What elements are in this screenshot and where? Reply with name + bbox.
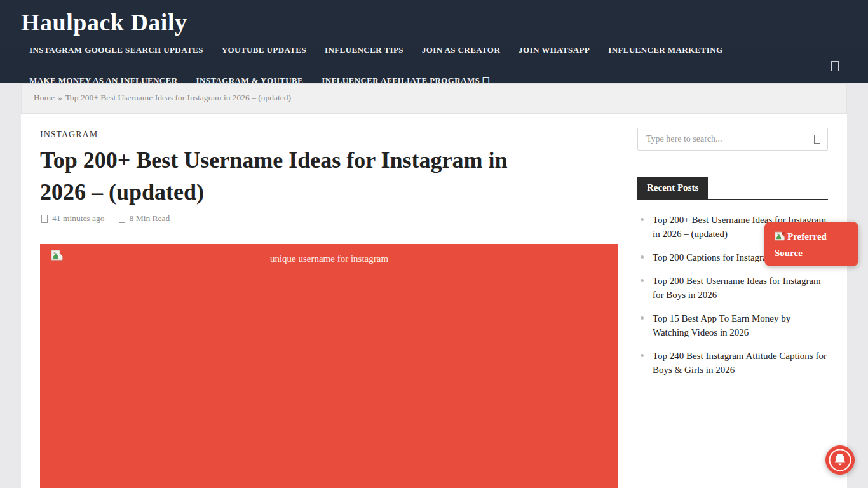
nav-menu-item[interactable]: JOIN WHATSAPP [519,48,590,57]
nav-menu-item[interactable]: INFLUENCER AFFILIATE PROGRAMS ☐ [322,74,490,83]
read-time-meta: 8 Min Read [119,214,170,224]
recent-posts-widget: Recent Posts Top 200+ Best Username Idea… [637,177,828,386]
read-time: 8 Min Read [130,214,170,224]
featured-image-placeholder: unique username for instagram [40,244,618,488]
nav-menu-item[interactable]: INFLUENCER MARKETING [608,48,722,57]
article: INSTAGRAM Top 200+ Best Username Ideas f… [40,114,618,488]
published-time: 41 minutes ago [52,214,105,224]
widget-divider [637,199,828,200]
notification-bell-button[interactable] [825,445,855,475]
main-nav: INSTAGRAM GOOGLE SEARCH UPDATESYOUTUBE U… [0,48,868,83]
recent-posts-title: Recent Posts [637,177,708,199]
breadcrumb-bar: Home»Top 200+ Best Username Ideas for In… [21,83,847,114]
search-input[interactable] [638,128,827,150]
broken-image-icon [775,231,785,241]
nav-menu-item[interactable]: INFLUENCER TIPS [325,48,403,57]
recent-post-link[interactable]: Top 240 Best Instagram Attitude Captions… [637,349,828,377]
book-icon [119,215,125,223]
breadcrumb-current: Top 200+ Best Username Ideas for Instagr… [65,93,291,102]
nav-row-2: MAKE MONEY AS AN INFLUENCERINSTAGRAM & Y… [29,74,490,83]
nav-menu-item[interactable]: INSTAGRAM GOOGLE SEARCH UPDATES [29,48,203,57]
nav-menu-item[interactable]: MAKE MONEY AS AN INFLUENCER [29,74,178,83]
post-category-link[interactable]: INSTAGRAM [40,130,98,140]
site-header: Haulpack Daily [0,0,868,48]
nav-row-1: INSTAGRAM GOOGLE SEARCH UPDATESYOUTUBE U… [29,48,722,57]
breadcrumb-home-link[interactable]: Home [34,93,55,102]
search-submit-icon[interactable] [814,135,820,144]
post-meta: 41 minutes ago 8 Min Read [41,214,170,224]
site-logo[interactable]: Haulpack Daily [21,8,187,36]
preferred-source-popup[interactable]: Preferred Source [764,222,858,266]
post-title: Top 200+ Best Username Ideas for Instagr… [40,144,548,208]
bell-icon [825,445,855,475]
search-icon[interactable] [831,61,839,71]
featured-image-alt-text: unique username for instagram [40,254,618,264]
sidebar-search-box [637,128,828,151]
nav-menu-item[interactable]: YOUTUBE UPDATES [222,48,306,57]
nav-menu-item[interactable]: INSTAGRAM & YOUTUBE [196,74,304,83]
content-card: INSTAGRAM Top 200+ Best Username Ideas f… [21,114,847,488]
breadcrumb: Home»Top 200+ Best Username Ideas for In… [34,93,291,103]
clock-icon [41,215,48,223]
recent-post-link[interactable]: Top 15 Best App To Earn Money by Watchin… [637,311,828,339]
nav-menu-item[interactable]: JOIN AS CREATOR [422,48,500,57]
recent-post-link[interactable]: Top 200 Best Username Ideas for Instagra… [637,274,828,302]
breadcrumb-separator: » [58,93,62,102]
published-meta: 41 minutes ago [41,214,105,224]
